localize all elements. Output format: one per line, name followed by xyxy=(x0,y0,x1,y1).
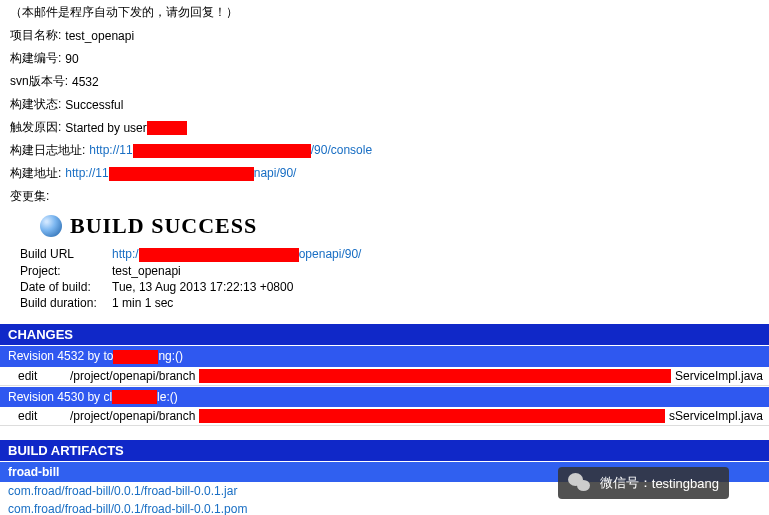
detail-duration: Build duration: 1 min 1 sec xyxy=(20,296,749,310)
changes-label-row: 变更集: xyxy=(10,188,759,205)
build-url-label: 构建地址: xyxy=(10,165,61,182)
wechat-icon xyxy=(568,473,592,493)
detail-build-url: Build URL http:/openapi/90/ xyxy=(20,247,749,262)
redacted-path xyxy=(199,409,665,423)
log-url-row: 构建日志地址: http://11/90/console xyxy=(10,142,759,159)
build-success-text: BUILD SUCCESS xyxy=(70,213,257,239)
redacted-host xyxy=(139,248,299,262)
wechat-value: testingbang xyxy=(652,476,719,491)
change-file: sServiceImpl.java xyxy=(669,409,763,423)
log-url-label: 构建日志地址: xyxy=(10,142,85,159)
edit-label: edit xyxy=(6,369,70,383)
changes-header: CHANGES xyxy=(0,324,769,345)
build-success-row: BUILD SUCCESS xyxy=(40,213,759,239)
artifact-link[interactable]: com.froad/froad-bill/0.0.1/froad-bill-0.… xyxy=(8,502,247,515)
detail-build-url-link[interactable]: http:/openapi/90/ xyxy=(112,247,361,262)
svn-label: svn版本号: xyxy=(10,73,68,90)
artifact-link[interactable]: com.froad/froad-bill/0.0.1/froad-bill-0.… xyxy=(8,484,237,498)
detail-project: Project: test_openapi xyxy=(20,264,749,278)
wechat-label: 微信号： xyxy=(600,474,652,492)
svn-value: 4532 xyxy=(72,75,99,89)
build-url-row: 构建地址: http://11napi/90/ xyxy=(10,165,759,182)
svn-row: svn版本号: 4532 xyxy=(10,73,759,90)
changes-label: 变更集: xyxy=(10,188,49,205)
project-name-value: test_openapi xyxy=(65,29,134,43)
redacted-path xyxy=(199,369,671,383)
redacted-author xyxy=(112,390,157,404)
change-file: ServiceImpl.java xyxy=(675,369,763,383)
build-no-value: 90 xyxy=(65,52,78,66)
project-name-label: 项目名称: xyxy=(10,27,61,44)
detail-date: Date of build: Tue, 13 Aug 2013 17:22:13… xyxy=(20,280,749,294)
change-row-1: edit /project/openapi/branch sServiceImp… xyxy=(0,407,769,426)
redacted-host xyxy=(133,144,311,158)
cause-value: Started by user xyxy=(65,121,146,135)
build-url-link[interactable]: http://11napi/90/ xyxy=(65,166,296,181)
redacted-host xyxy=(109,167,254,181)
change-row-0: edit /project/openapi/branch ServiceImpl… xyxy=(0,367,769,386)
change-path: /project/openapi/branch xyxy=(70,369,195,383)
wechat-box: 微信号： testingbang xyxy=(558,467,729,499)
edit-label: edit xyxy=(6,409,70,423)
sphere-icon xyxy=(40,215,62,237)
project-name-row: 项目名称: test_openapi xyxy=(10,27,759,44)
header-note: （本邮件是程序自动下发的，请勿回复！） xyxy=(10,4,759,21)
change-path: /project/openapi/branch xyxy=(70,409,195,423)
artifacts-header: BUILD ARTIFACTS xyxy=(0,440,769,461)
status-label: 构建状态: xyxy=(10,96,61,113)
status-row: 构建状态: Successful xyxy=(10,96,759,113)
cause-label: 触发原因: xyxy=(10,119,61,136)
redacted-author xyxy=(113,350,158,364)
build-no-row: 构建编号: 90 xyxy=(10,50,759,67)
log-url-link[interactable]: http://11/90/console xyxy=(89,143,372,158)
revision-header-1: Revision 4530 by clle:() xyxy=(0,386,769,408)
cause-row: 触发原因: Started by user xyxy=(10,119,759,136)
status-value: Successful xyxy=(65,98,123,112)
redacted-user xyxy=(147,121,187,135)
build-no-label: 构建编号: xyxy=(10,50,61,67)
revision-header-0: Revision 4532 by tong:() xyxy=(0,345,769,367)
